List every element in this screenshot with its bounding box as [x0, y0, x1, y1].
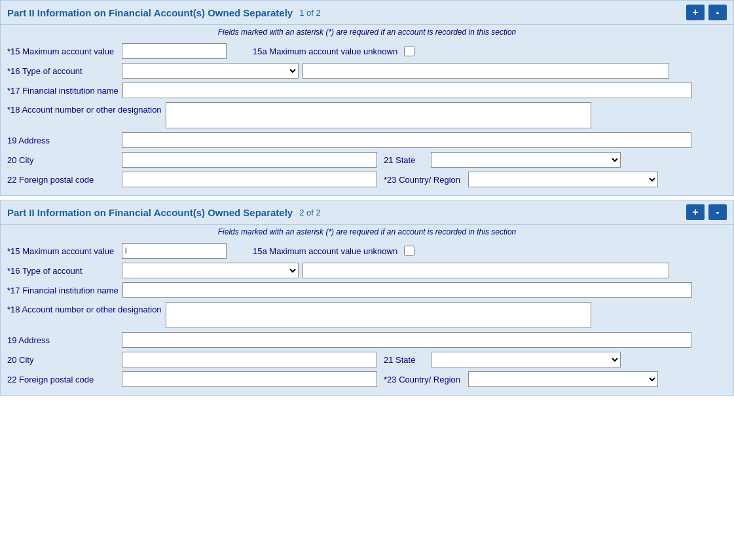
section1: Part II Information on Financial Account… [0, 0, 734, 196]
section1-field15a-label: 15a Maximum account value unknown [253, 47, 397, 56]
section2-field22-input[interactable] [122, 371, 377, 387]
section1-row16: *16 Type of account [7, 63, 727, 79]
section2-field16-select[interactable] [122, 263, 299, 278]
section2-note-text: Fields marked with an asterisk (*) are r… [218, 227, 517, 236]
section1-field15-input[interactable] [122, 43, 227, 59]
section2-row19: 19 Address [7, 332, 727, 348]
section2-page-indicator: 2 of 2 [299, 208, 321, 217]
section1-field21-label: 21 State [384, 155, 423, 165]
section2-field15-label: *15 Maximum account value [7, 246, 122, 256]
section1-row19: 19 Address [7, 132, 727, 148]
section1-field15a-checkbox[interactable] [404, 46, 414, 56]
section2-row20: 20 City 21 State [7, 352, 727, 367]
section2-field20-label: 20 City [7, 355, 122, 365]
section1-note-text: Fields marked with an asterisk (*) are r… [218, 28, 517, 37]
section2-field15a-checkbox[interactable] [404, 246, 414, 256]
section2-field22-label: 22 Foreign postal code [7, 375, 122, 384]
section1-field20-input[interactable] [122, 152, 377, 168]
section1-form: *15 Maximum account value 15a Maximum ac… [1, 39, 733, 195]
section2-field19-input[interactable] [122, 332, 691, 348]
section1-note: Fields marked with an asterisk (*) are r… [1, 25, 733, 39]
section2-field21-label: 21 State [384, 355, 423, 365]
section1-field21-select[interactable] [431, 152, 621, 168]
section1-field17-label: *17 Financial institution name [7, 86, 122, 96]
section1-row22: 22 Foreign postal code *23 Country/ Regi… [7, 172, 727, 187]
section2-row22: 22 Foreign postal code *23 Country/ Regi… [7, 371, 727, 387]
section2-field20-input[interactable] [122, 352, 377, 367]
section2-field19-label: 19 Address [7, 335, 122, 345]
section2-title: Part II Information on Financial Account… [7, 207, 293, 218]
section1-field23-label: *23 Country/ Region [384, 175, 464, 185]
section1-field23-select[interactable] [468, 172, 658, 187]
section1-field19-input[interactable] [122, 132, 691, 148]
section1-field22-input[interactable] [122, 172, 377, 187]
section1-field19-label: 19 Address [7, 136, 122, 145]
section2-field16-label: *16 Type of account [7, 266, 122, 276]
section1-field18-input[interactable] [166, 102, 591, 128]
section1-field15-label: *15 Maximum account value [7, 47, 122, 56]
section1-field16-select[interactable] [122, 63, 299, 79]
section2-field23-label: *23 Country/ Region [384, 375, 464, 384]
section1-row20: 20 City 21 State [7, 152, 727, 168]
section2-field17-label: *17 Financial institution name [7, 286, 122, 295]
section2-remove-button[interactable]: - [708, 204, 727, 220]
section1-add-button[interactable]: + [686, 5, 705, 20]
section2-field23-select[interactable] [468, 371, 658, 387]
section1-field16-input[interactable] [303, 63, 669, 79]
section1-page-indicator: 1 of 2 [299, 8, 321, 18]
section2-field16-input[interactable] [303, 263, 669, 278]
section1-field16-label: *16 Type of account [7, 66, 122, 76]
section1-row18: *18 Account number or other designation [7, 102, 727, 128]
section1-row17: *17 Financial institution name [7, 83, 727, 98]
section1-remove-button[interactable]: - [708, 5, 727, 20]
section2-add-button[interactable]: + [686, 204, 705, 220]
section2-field17-input[interactable] [122, 282, 692, 298]
section2-row18: *18 Account number or other designation [7, 302, 727, 328]
section2-header: Part II Information on Financial Account… [1, 200, 733, 225]
section1-field22-label: 22 Foreign postal code [7, 175, 122, 185]
section2-field21-select[interactable] [431, 352, 621, 367]
section2: Part II Information on Financial Account… [0, 200, 734, 396]
section2-field15-input[interactable] [122, 243, 227, 259]
section2-note: Fields marked with an asterisk (*) are r… [1, 225, 733, 239]
section1-field18-label: *18 Account number or other designation [7, 102, 166, 115]
section2-field18-label: *18 Account number or other designation [7, 302, 166, 314]
section2-row16: *16 Type of account [7, 263, 727, 278]
section1-field17-input[interactable] [122, 83, 692, 98]
section1-header: Part II Information on Financial Account… [1, 1, 733, 25]
section2-row17: *17 Financial institution name [7, 282, 727, 298]
section2-field15a-label: 15a Maximum account value unknown [253, 246, 397, 256]
section2-field18-input[interactable] [166, 302, 591, 328]
section1-field20-label: 20 City [7, 155, 122, 165]
section2-form: *15 Maximum account value 15a Maximum ac… [1, 239, 733, 395]
section1-row15: *15 Maximum account value 15a Maximum ac… [7, 43, 727, 59]
section1-title: Part II Information on Financial Account… [7, 7, 293, 18]
section2-row15: *15 Maximum account value 15a Maximum ac… [7, 243, 727, 259]
